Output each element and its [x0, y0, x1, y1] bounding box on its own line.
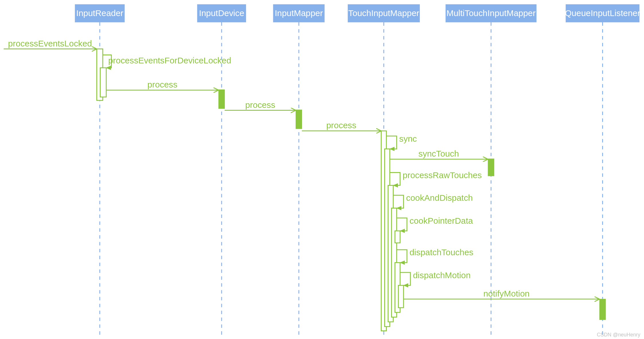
msg-processEventsForDeviceLocked: processEventsForDeviceLocked [103, 55, 231, 68]
message-label: cookPointerData [409, 216, 473, 225]
msg-processRawTouches: processRawTouches [390, 170, 482, 185]
participant-InputMapper: InputMapper [273, 4, 325, 335]
watermark: CSDN @neuHenry [597, 332, 640, 338]
activation-bar [488, 159, 494, 176]
msg-notifyMotion: notifyMotion [403, 289, 600, 299]
message-label: processEventsForDeviceLocked [108, 56, 231, 65]
activation-bar [398, 285, 403, 308]
msg-dispatchTouches: dispatchTouches [397, 248, 473, 262]
participant-label: MultiTouchInputMapper [446, 8, 536, 18]
msg-sync: sync [386, 134, 417, 149]
msg-process-2: process [225, 100, 296, 110]
msg-process-3: process [302, 120, 381, 131]
activation-bar [100, 68, 106, 97]
participant-label: InputDevice [199, 8, 244, 18]
message-label: process [245, 100, 275, 110]
message-label: process [147, 80, 177, 89]
participant-QueueInputListener: QueueInputListener [565, 4, 640, 335]
msg-processEventsLocked: processEventsLocked [4, 39, 97, 49]
participant-label: QueueInputListener [565, 8, 640, 18]
message-label: processEventsLocked [8, 39, 92, 48]
participant-label: TouchInputMapper [348, 8, 419, 18]
activation-bar [296, 110, 302, 129]
msg-dispatchMotion: dispatchMotion [400, 270, 471, 285]
message-label: dispatchMotion [413, 270, 471, 280]
message-label: processRawTouches [403, 170, 482, 180]
message-label: sync [399, 134, 417, 143]
msg-cookPointerData: cookPointerData [397, 216, 473, 231]
message-label: dispatchTouches [409, 248, 473, 257]
message-label: notifyMotion [483, 289, 530, 298]
sequence-diagram: InputReader InputDevice InputMapper Touc… [0, 0, 644, 339]
message-label: syncTouch [418, 149, 459, 158]
message-label: cookAndDispatch [406, 193, 473, 202]
activation-bar [218, 90, 225, 109]
msg-syncTouch: syncTouch [390, 149, 488, 159]
participant-InputDevice: InputDevice [197, 4, 246, 335]
message-label: process [326, 120, 356, 130]
activation-bar [600, 299, 606, 320]
msg-process-1: process [106, 80, 218, 90]
participant-label: InputMapper [275, 8, 323, 18]
activation-bar [395, 231, 400, 243]
msg-cookAndDispatch: cookAndDispatch [393, 193, 473, 208]
participant-label: InputReader [76, 8, 124, 18]
